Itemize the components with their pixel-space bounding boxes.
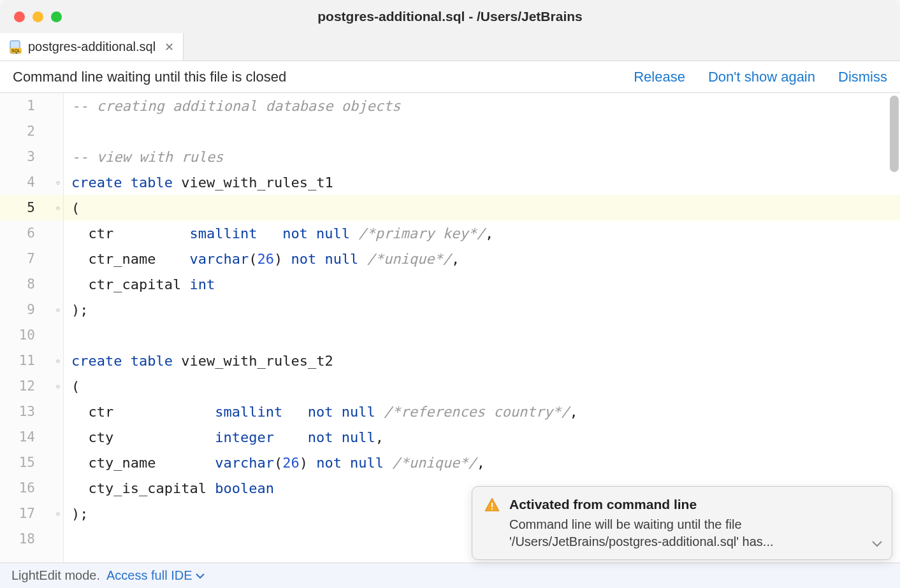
code-token-kw: smallint not null bbox=[215, 404, 384, 420]
fold-marker-icon[interactable] bbox=[53, 373, 63, 399]
svg-rect-3 bbox=[491, 503, 493, 507]
code-line[interactable]: ctr_capital int bbox=[64, 271, 900, 297]
code-token-comment: /*unique*/ bbox=[392, 455, 476, 471]
code-line[interactable] bbox=[64, 322, 900, 348]
code-line[interactable]: cty_name varchar(26) not null /*unique*/… bbox=[64, 450, 900, 475]
line-number[interactable]: 13 bbox=[0, 399, 63, 424]
code-token-text: view_with_rules_t1 bbox=[181, 175, 333, 190]
line-number[interactable]: 7 bbox=[0, 246, 63, 271]
code-line[interactable]: ctr smallint not null /*primary key*/, bbox=[64, 220, 900, 246]
line-number-gutter[interactable]: 123456789101112131415161718 bbox=[0, 93, 64, 563]
code-token-kw: boolean bbox=[215, 480, 274, 496]
lightedit-mode-label: LightEdit mode. bbox=[11, 568, 100, 583]
collapse-popup-icon[interactable] bbox=[871, 539, 883, 550]
code-line[interactable]: ( bbox=[64, 195, 900, 220]
fold-marker-icon[interactable] bbox=[53, 348, 63, 373]
code-token-text: ) bbox=[300, 455, 317, 471]
code-token-comment: /*primary key*/ bbox=[358, 226, 485, 241]
code-token-text: cty_is_capital bbox=[71, 480, 215, 496]
fold-marker-icon[interactable] bbox=[53, 195, 63, 220]
fold-marker-icon[interactable] bbox=[53, 297, 63, 322]
code-token-text: , bbox=[375, 429, 384, 445]
notification-popup: Activated from command line Command line… bbox=[472, 486, 892, 560]
code-token-text: ) bbox=[274, 251, 291, 267]
code-token-comment: /*unique*/ bbox=[367, 251, 451, 267]
sql-file-icon: SQL bbox=[9, 40, 23, 54]
line-number[interactable]: 14 bbox=[0, 424, 63, 450]
notification-bar: Command line waiting until this file is … bbox=[0, 61, 900, 93]
code-token-text bbox=[122, 175, 130, 190]
code-token-text: ( bbox=[71, 200, 80, 216]
code-token-text bbox=[122, 353, 130, 369]
window-title: postgres-additional.sql - /Users/JetBrai… bbox=[317, 9, 582, 24]
editor-tab[interactable]: SQL postgres-additional.sql ✕ bbox=[0, 33, 184, 61]
line-number[interactable]: 15 bbox=[0, 450, 63, 475]
tab-filename: postgres-additional.sql bbox=[28, 39, 156, 54]
code-line[interactable]: cty integer not null, bbox=[64, 424, 900, 450]
line-number[interactable]: 11 bbox=[0, 348, 63, 373]
line-number[interactable]: 16 bbox=[0, 475, 63, 501]
line-number[interactable]: 17 bbox=[0, 501, 63, 526]
code-token-text: ctr_capital bbox=[71, 276, 189, 292]
code-token-kw: table bbox=[131, 175, 181, 190]
code-token-text: , bbox=[485, 226, 493, 241]
fold-marker-icon[interactable] bbox=[53, 169, 63, 195]
code-token-num: 26 bbox=[282, 455, 300, 471]
access-full-ide-link[interactable]: Access full IDE bbox=[106, 568, 205, 583]
code-line[interactable]: ( bbox=[64, 373, 900, 399]
code-token-text: ctr bbox=[71, 404, 215, 420]
line-number[interactable]: 6 bbox=[0, 220, 63, 246]
popup-text: Command line will be waiting until the f… bbox=[509, 516, 862, 550]
line-number[interactable]: 2 bbox=[0, 118, 63, 144]
code-line[interactable]: ctr smallint not null /*references count… bbox=[64, 399, 900, 424]
code-line[interactable]: ); bbox=[64, 297, 900, 322]
code-token-text: view_with_rules_t2 bbox=[181, 353, 333, 369]
code-token-comment: /*references country*/ bbox=[384, 404, 569, 420]
code-token-kw: integer not null bbox=[215, 429, 375, 445]
code-token-text: , bbox=[477, 455, 485, 471]
code-token-comment: -- view with rules bbox=[71, 149, 223, 165]
code-token-kw: create bbox=[71, 175, 122, 190]
line-number[interactable]: 12 bbox=[0, 373, 63, 399]
maximize-window-button[interactable] bbox=[51, 11, 62, 22]
code-token-text: ); bbox=[71, 506, 89, 522]
code-line[interactable]: -- view with rules bbox=[64, 144, 900, 169]
fold-marker-icon[interactable] bbox=[53, 501, 63, 526]
dismiss-link[interactable]: Dismiss bbox=[838, 69, 887, 85]
dont-show-again-link[interactable]: Don't show again bbox=[708, 69, 815, 85]
code-token-text: ctr_name bbox=[71, 251, 189, 267]
code-token-num: 26 bbox=[257, 251, 274, 267]
line-number[interactable]: 18 bbox=[0, 526, 63, 552]
code-token-text: ( bbox=[71, 378, 80, 394]
code-token-text: cty bbox=[71, 429, 215, 445]
line-number[interactable]: 3 bbox=[0, 144, 63, 169]
release-link[interactable]: Release bbox=[634, 69, 685, 85]
scrollbar-thumb[interactable] bbox=[890, 96, 899, 172]
code-line[interactable]: create table view_with_rules_t1 bbox=[64, 169, 900, 195]
code-token-kw: table bbox=[131, 353, 181, 369]
minimize-window-button[interactable] bbox=[33, 11, 43, 22]
code-token-text: cty_name bbox=[71, 455, 215, 471]
code-token-comment: -- creating additional database objects bbox=[71, 98, 401, 114]
code-line[interactable]: ctr_name varchar(26) not null /*unique*/… bbox=[64, 246, 900, 271]
line-number[interactable]: 5 bbox=[0, 195, 63, 220]
code-token-kw: create bbox=[71, 353, 122, 369]
svg-rect-4 bbox=[491, 508, 493, 510]
close-window-button[interactable] bbox=[14, 11, 25, 22]
titlebar: postgres-additional.sql - /Users/JetBrai… bbox=[0, 0, 900, 33]
line-number[interactable]: 4 bbox=[0, 169, 63, 195]
code-token-kw: varchar bbox=[215, 455, 274, 471]
code-line[interactable] bbox=[64, 118, 900, 144]
notification-message: Command line waiting until this file is … bbox=[13, 69, 286, 85]
line-number[interactable]: 1 bbox=[0, 93, 63, 118]
line-number[interactable]: 9 bbox=[0, 297, 63, 322]
line-number[interactable]: 8 bbox=[0, 271, 63, 297]
code-line[interactable]: create table view_with_rules_t2 bbox=[64, 348, 900, 373]
line-number[interactable]: 10 bbox=[0, 322, 63, 348]
close-tab-icon[interactable]: ✕ bbox=[164, 40, 174, 54]
svg-text:SQL: SQL bbox=[11, 48, 21, 54]
code-token-text: ); bbox=[71, 302, 89, 318]
popup-title: Activated from command line bbox=[509, 497, 862, 512]
code-line[interactable]: -- creating additional database objects bbox=[64, 93, 900, 118]
code-token-kw: not null bbox=[316, 455, 392, 471]
